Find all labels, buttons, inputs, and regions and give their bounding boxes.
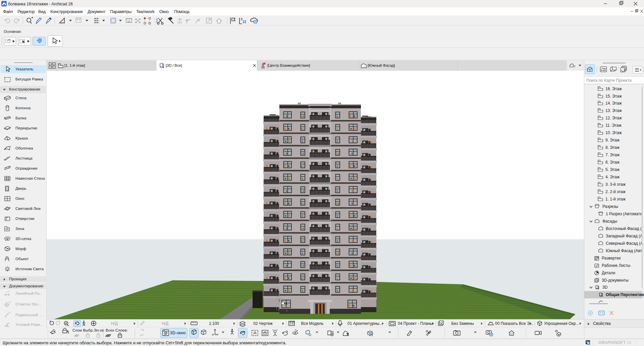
svg-text:01 Архитектурны...: 01 Архитектурны... bbox=[347, 321, 383, 326]
svg-text:z: z bbox=[278, 293, 279, 296]
svg-text:x: x bbox=[286, 309, 287, 312]
svg-text:1.2: 1.2 bbox=[8, 301, 11, 303]
svg-text:y: y bbox=[279, 298, 280, 302]
svg-text:1.2: 1.2 bbox=[6, 291, 9, 293]
svg-text:Слои Выбр.Эл-ов: Слои Выбр.Эл-ов bbox=[72, 328, 104, 332]
svg-text:1.2: 1.2 bbox=[8, 311, 11, 314]
svg-text:α: α bbox=[8, 322, 9, 324]
svg-text:Вся Модель: Вся Модель bbox=[301, 321, 324, 326]
svg-text:12: 12 bbox=[127, 20, 130, 22]
svg-text:Н/Д: Н/Д bbox=[111, 321, 118, 326]
svg-text:x: x bbox=[285, 302, 287, 305]
svg-text:00 Показать Все Э...: 00 Показать Все Э... bbox=[495, 321, 533, 326]
svg-text:1:100: 1:100 bbox=[209, 321, 219, 326]
svg-text:Упрощенная Окр...: Упрощенная Окр... bbox=[544, 321, 579, 326]
svg-text:04 Проект - Планы: 04 Проект - Планы bbox=[398, 321, 433, 326]
svg-text:y: y bbox=[279, 306, 280, 309]
svg-text:3D-окно: 3D-окно bbox=[170, 331, 185, 335]
svg-text:02 Чертеж: 02 Чертеж bbox=[253, 321, 273, 326]
svg-text:Без Замены: Без Замены bbox=[451, 321, 474, 326]
svg-text:Всех Слоев:: Всех Слоев: bbox=[106, 328, 128, 332]
svg-text:Н/Д: Н/Д bbox=[162, 321, 168, 326]
